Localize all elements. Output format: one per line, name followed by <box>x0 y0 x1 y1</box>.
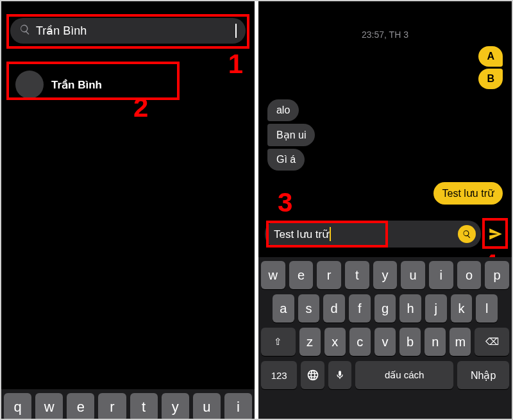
key-h[interactable]: h <box>399 294 421 323</box>
compose-field[interactable]: Test lưu trữ <box>265 221 481 248</box>
key-y[interactable]: y <box>162 393 189 419</box>
message-sent[interactable]: B <box>478 69 503 89</box>
key-v[interactable]: v <box>374 328 396 356</box>
key-w[interactable]: w <box>35 393 63 419</box>
key-r[interactable]: r <box>98 393 126 419</box>
search-result-row[interactable]: Trần Bình <box>10 63 246 106</box>
key-z[interactable]: z <box>299 328 321 356</box>
message-sent[interactable]: Test lưu trữ <box>433 182 503 205</box>
key-globe[interactable] <box>301 361 324 389</box>
key-u[interactable]: u <box>193 393 221 419</box>
keyboard-partial-left: qwertyui <box>1 389 255 419</box>
annotation-number-1: 1 <box>228 49 243 80</box>
message-sent[interactable]: A <box>478 46 503 67</box>
annotation-number-3: 3 <box>278 187 292 218</box>
text-cursor <box>330 227 331 241</box>
compose-search-button[interactable] <box>458 225 476 243</box>
key-o[interactable]: o <box>457 261 482 289</box>
key-m[interactable]: m <box>450 328 471 356</box>
search-icon <box>19 24 31 38</box>
search-bar[interactable] <box>10 18 246 44</box>
key-y[interactable]: y <box>373 261 398 289</box>
key-e[interactable]: e <box>67 393 94 419</box>
key-l[interactable]: l <box>476 294 498 323</box>
key-i[interactable]: i <box>224 393 252 419</box>
key-g[interactable]: g <box>374 294 396 323</box>
search-input[interactable] <box>36 24 230 38</box>
message-received[interactable]: Bạn ui <box>267 124 315 146</box>
key-enter[interactable]: Nhập <box>457 361 509 389</box>
key-c[interactable]: c <box>349 328 371 356</box>
annotation-number-2: 2 <box>133 92 148 123</box>
key-u[interactable]: u <box>401 261 425 289</box>
key-space[interactable]: dấu cách <box>355 361 453 389</box>
send-button[interactable] <box>486 226 505 242</box>
chat-timestamp: 23:57, TH 3 <box>258 29 512 40</box>
right-panel: 23:57, TH 3 A B alo Bạn ui Gì á Test lưu… <box>258 1 512 419</box>
key-s[interactable]: s <box>298 294 320 323</box>
key-t[interactable]: t <box>345 261 369 289</box>
key-j[interactable]: j <box>425 294 447 323</box>
compose-text: Test lưu trữ <box>274 228 329 241</box>
key-n[interactable]: n <box>425 328 446 356</box>
key-x[interactable]: x <box>324 328 346 356</box>
result-name: Trần Bình <box>51 78 102 92</box>
key-i[interactable]: i <box>429 261 453 289</box>
key-symbols[interactable]: 123 <box>261 361 297 389</box>
key-r[interactable]: r <box>317 261 341 289</box>
key-e[interactable]: e <box>289 261 314 289</box>
message-received[interactable]: alo <box>267 99 299 121</box>
key-d[interactable]: d <box>323 294 345 323</box>
key-k[interactable]: k <box>451 294 473 323</box>
key-shift[interactable]: ⇧ <box>261 328 296 356</box>
key-q[interactable]: q <box>4 393 31 419</box>
message-received[interactable]: Gì á <box>267 149 305 171</box>
key-t[interactable]: t <box>130 393 158 419</box>
key-mic[interactable] <box>328 361 351 389</box>
key-b[interactable]: b <box>399 328 421 356</box>
key-a[interactable]: a <box>273 294 294 323</box>
key-w[interactable]: w <box>261 261 285 289</box>
key-backspace[interactable]: ⌫ <box>475 328 509 356</box>
chat-area: A B alo Bạn ui Gì á Test lưu trữ <box>258 40 512 217</box>
left-panel: Trần Bình 1 2 qwertyui <box>1 1 255 419</box>
text-cursor <box>235 24 237 38</box>
key-f[interactable]: f <box>349 294 371 323</box>
key-p[interactable]: p <box>485 261 509 289</box>
avatar <box>15 71 44 99</box>
keyboard: wertyuiop asdfghjkl ⇧ zxcvbnm ⌫ 123 dấu … <box>258 257 512 419</box>
compose-row: Test lưu trữ <box>258 221 512 248</box>
